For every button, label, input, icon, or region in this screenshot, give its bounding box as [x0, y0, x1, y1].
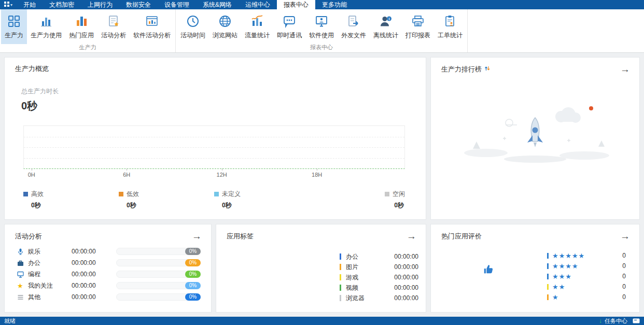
tag-row-games: 游戏 00:00:00	[340, 272, 418, 282]
menu-tab-doc-encryption[interactable]: 文档加密	[43, 0, 81, 9]
ribbon-item-software-activity-analysis[interactable]: 软件活动分析	[130, 9, 174, 44]
rating-row-2-stars: ★★ 0	[547, 281, 626, 292]
progress-bar: 0%	[116, 259, 201, 266]
x-axis-tick: 6H	[123, 172, 130, 178]
sort-icon[interactable]	[484, 65, 490, 73]
task-center-button[interactable]: ↓ 任务中心	[599, 317, 627, 325]
empty-state-illustration	[431, 101, 639, 168]
ribbon-item-traffic-stats[interactable]: 流量统计	[241, 9, 273, 44]
rating-swatch	[547, 263, 549, 269]
ribbon-item-work-order-stats[interactable]: 工单统计	[434, 9, 466, 44]
progress-bar: 0%	[116, 271, 201, 278]
briefcase-icon	[17, 260, 28, 266]
rating-swatch	[547, 294, 549, 300]
star-icon: ★	[17, 282, 28, 290]
ribbon-item-productivity-usage[interactable]: 生产力使用	[27, 9, 65, 44]
ribbon-item-productivity[interactable]: 生产力	[1, 9, 27, 44]
svg-text:i: i	[388, 16, 389, 21]
monitor-icon	[17, 271, 28, 278]
tag-swatch	[340, 264, 341, 270]
progress-bar: 0%	[116, 293, 201, 301]
percent-badge: 0%	[185, 271, 201, 278]
ribbon-item-hot-apps[interactable]: 热门应用	[65, 9, 97, 44]
menu-tab-internet-behavior[interactable]: 上网行为	[81, 0, 119, 9]
rating-row-4-stars: ★★★★ 0	[547, 261, 626, 271]
activity-row-my-focus: ★ 我的关注 00:00:00 0%	[17, 280, 201, 291]
ribbon-item-offline-stats[interactable]: i 离线统计	[370, 9, 402, 44]
activity-row-office: 办公 00:00:00 0%	[17, 257, 201, 269]
hot-apps-icon	[75, 14, 88, 29]
chevron-down-icon: ▾	[10, 3, 12, 7]
legend-swatch	[23, 192, 28, 196]
tag-swatch	[340, 285, 341, 291]
status-text: 就绪	[4, 317, 599, 325]
stars-2-icon: ★★	[552, 284, 622, 290]
percent-badge: 0%	[185, 248, 201, 255]
tag-row-video: 视频 00:00:00	[340, 282, 418, 293]
rating-swatch	[547, 284, 549, 290]
menubar: ▾ 开始 文档加密 上网行为 数据安全 设备管理 系统&网络 运维中心 报表中心…	[0, 0, 644, 9]
menu-tab-more-features[interactable]: 更多功能	[315, 0, 354, 9]
menu-tab-start[interactable]: 开始	[17, 0, 43, 9]
progress-bar: 0%	[116, 282, 201, 289]
download-arrow-icon: ↓	[599, 317, 602, 324]
rating-swatch	[547, 274, 549, 279]
window-chart-icon	[145, 14, 159, 29]
app-menu-button[interactable]: ▾	[0, 0, 17, 9]
chart-legend: 高效 0秒 低效 0秒 未定义 0秒 空闲 0秒	[23, 190, 405, 210]
stars-3-icon: ★★★	[552, 273, 622, 280]
panel-title: 应用标签	[227, 232, 254, 241]
clipboard-user-icon	[443, 14, 457, 29]
statusbar: 就绪 ↓ 任务中心	[0, 317, 644, 325]
menu-tab-system-network[interactable]: 系统&网络	[196, 0, 239, 9]
monitor-icon[interactable]	[633, 318, 640, 323]
legend-item-idle: 空闲 0秒	[310, 190, 405, 210]
legend-swatch	[119, 192, 123, 196]
arrow-right-icon[interactable]: →	[407, 231, 416, 241]
grid-icon	[7, 14, 21, 29]
ribbon-item-software-usage[interactable]: 软件使用	[305, 9, 338, 44]
legend-item-undefined: 未定义 0秒	[214, 190, 310, 210]
stars-1-icon: ★	[552, 294, 622, 301]
hot-app-ratings-panel: 热门应用评价 → ★★★★★ 0 ★★★★ 0	[430, 224, 640, 313]
activity-row-programming: 编程 00:00:00 0%	[17, 269, 201, 280]
tag-swatch	[340, 253, 341, 260]
ribbon-group-report-center: 活动时间 浏览网站 流量统计 即时通讯 软件使用 外发文件	[176, 9, 468, 52]
menu-tab-report-center[interactable]: 报表中心	[277, 0, 315, 9]
arrow-right-icon[interactable]: →	[620, 231, 630, 241]
monitor-user-icon	[315, 14, 328, 29]
doc-star-icon	[107, 14, 120, 29]
menu-tab-device-management[interactable]: 设备管理	[158, 0, 196, 9]
stars-4-icon: ★★★★	[552, 263, 622, 270]
ribbon-item-activity-analysis[interactable]: 活动分析	[97, 9, 130, 44]
activity-analysis-panel: 活动分析 → 娱乐 00:00:00 0% 办公 00:00:00 0%	[4, 224, 212, 313]
rating-row-3-stars: ★★★ 0	[547, 271, 626, 281]
chat-icon	[283, 14, 296, 29]
stars-5-icon: ★★★★★	[552, 252, 622, 259]
menu-tab-data-security[interactable]: 数据安全	[119, 0, 158, 9]
panel-title: 活动分析	[15, 232, 42, 241]
panel-title: 生产力排行榜	[441, 65, 490, 74]
menu-tab-ops-center[interactable]: 运维中心	[239, 0, 277, 9]
user-info-icon: i	[379, 14, 393, 29]
panel-title: 生产力概览	[15, 64, 49, 74]
menu-icon	[17, 294, 28, 301]
ribbon-item-outgoing-files[interactable]: 外发文件	[338, 9, 370, 44]
ribbon-group-label-productivity: 生产力	[0, 44, 175, 52]
ribbon-item-browse-websites[interactable]: 浏览网站	[209, 9, 241, 44]
ribbon-item-instant-messaging[interactable]: 即时通讯	[273, 9, 305, 44]
rating-swatch	[547, 253, 549, 259]
ribbon-item-activity-time[interactable]: 活动时间	[177, 9, 209, 44]
legend-item-inefficient: 低效 0秒	[119, 190, 214, 210]
progress-bar: 0%	[116, 248, 201, 255]
activity-row-other: 其他 00:00:00 0%	[17, 291, 201, 303]
ribbon-group-productivity: 生产力 生产力使用 热门应用 活动分析 软件活动分析 生产力	[0, 9, 176, 52]
ribbon-item-print-report[interactable]: 打印报表	[402, 9, 434, 44]
tag-row-browser: 浏览器 00:00:00	[340, 293, 418, 303]
productivity-overview-panel: 生产力概览 总生产力时长 0秒 0H 6H 12H 18H	[4, 57, 426, 220]
ribbon-group-label-report-center: 报表中心	[176, 44, 467, 52]
x-axis-tick: 18H	[312, 172, 322, 178]
arrow-right-icon[interactable]: →	[620, 64, 630, 74]
legend-swatch	[385, 192, 389, 196]
arrow-right-icon[interactable]: →	[192, 231, 202, 241]
